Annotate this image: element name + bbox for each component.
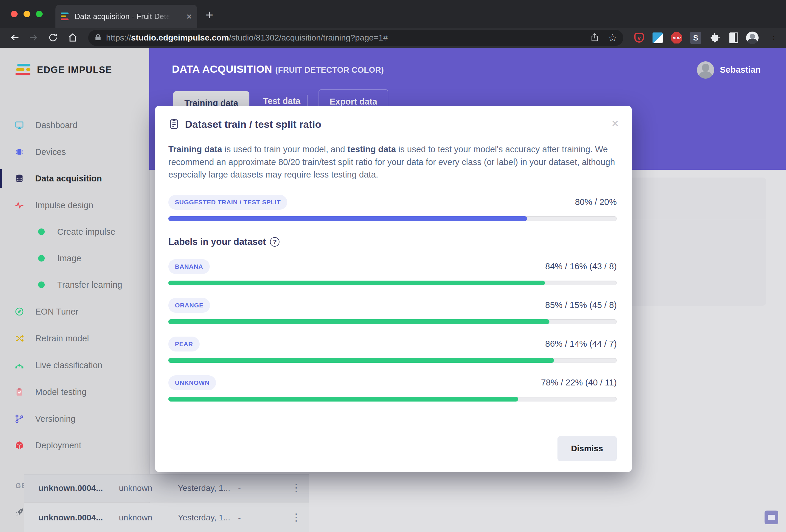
- forward-icon[interactable]: [27, 31, 40, 44]
- sidebar-item-versioning[interactable]: Versioning: [0, 407, 149, 431]
- sidebar-item-transfer-learning[interactable]: Transfer learning: [0, 273, 149, 296]
- sidebar-item-image[interactable]: Image: [0, 247, 149, 270]
- modal-intro-text: Training data is used to train your mode…: [168, 143, 617, 181]
- user-avatar[interactable]: [697, 61, 714, 79]
- screenshot-extension-icon[interactable]: [651, 31, 664, 44]
- row-menu-kebab-icon[interactable]: ⋮: [291, 482, 301, 493]
- table-row[interactable]: unknown.0004... unknown Yesterday, 1... …: [24, 474, 309, 502]
- edge-impulse-logo-text: EDGE IMPULSE: [37, 65, 112, 75]
- monitor-icon: [14, 120, 24, 130]
- reload-icon[interactable]: [46, 31, 60, 44]
- new-tab-button[interactable]: +: [206, 8, 213, 21]
- window-zoom-button[interactable]: [36, 11, 43, 17]
- label-split-row: ORANGE 85% / 15% (45 / 8): [168, 298, 617, 313]
- home-icon[interactable]: [66, 31, 79, 44]
- extensions-puzzle-icon[interactable]: [709, 31, 722, 44]
- sidebar-item-deployment[interactable]: Deployment: [0, 434, 149, 457]
- active-indicator: [0, 169, 2, 188]
- label-split-value: 84% / 16% (43 / 8): [545, 261, 617, 271]
- edge-impulse-logo[interactable]: EDGE IMPULSE: [16, 63, 112, 77]
- window-minimize-button[interactable]: [24, 11, 30, 17]
- label-split-bar: [168, 319, 617, 324]
- sidebar-item-data-acquisition[interactable]: Data acquisition: [0, 167, 149, 190]
- back-icon[interactable]: [8, 31, 21, 44]
- labels-heading: Labels in your dataset: [168, 236, 266, 247]
- sidebar-item-dashboard[interactable]: Dashboard: [0, 114, 149, 137]
- label-split-value: 78% / 22% (40 / 11): [541, 378, 617, 388]
- chip-icon: [14, 147, 24, 157]
- modal-header: Dataset train / test split ratio: [168, 106, 617, 131]
- adblock-extension-icon[interactable]: ABP: [670, 31, 683, 44]
- table-row[interactable]: unknown.0004... unknown Yesterday, 1... …: [24, 503, 309, 532]
- sidebar-item-live-classification[interactable]: Live classification: [0, 353, 149, 377]
- label-split-bar: [168, 358, 617, 363]
- url-text: https://studio.edgeimpulse.com/studio/81…: [106, 33, 388, 43]
- chat-widget-button[interactable]: [765, 511, 778, 524]
- label-badge: ORANGE: [168, 298, 210, 313]
- database-icon: [14, 174, 24, 184]
- samples-table: unknown.0004... unknown Yesterday, 1... …: [24, 474, 309, 532]
- browser-menu-kebab-icon[interactable]: ⋮: [767, 31, 780, 44]
- label-split-bar: [168, 397, 617, 401]
- label-split-value: 85% / 15% (45 / 8): [545, 300, 617, 310]
- row-menu-kebab-icon[interactable]: ⋮: [291, 511, 301, 523]
- user-name[interactable]: Sebastian: [720, 65, 761, 75]
- page-title: DATA ACQUISITION (FRUIT DETECTOR COLOR): [172, 63, 384, 75]
- app-root: EDGE IMPULSE Dashboard Devices Data acqu…: [0, 48, 786, 532]
- sidebar-toggle-icon[interactable]: [727, 31, 740, 44]
- label-badge: UNKNOWN: [168, 375, 216, 390]
- dismiss-button[interactable]: Dismiss: [557, 436, 617, 461]
- sidebar-item-devices[interactable]: Devices: [0, 140, 149, 164]
- sidebar-item-model-testing[interactable]: Model testing: [0, 380, 149, 403]
- page-subtitle: (FRUIT DETECTOR COLOR): [275, 66, 384, 74]
- edge-impulse-favicon: [61, 13, 70, 20]
- sample-date: Yesterday, 1...: [178, 483, 230, 493]
- pocket-extension-icon[interactable]: v: [633, 31, 645, 44]
- label-split-row: UNKNOWN 78% / 22% (40 / 11): [168, 375, 617, 390]
- suggested-split-bar: [168, 216, 617, 221]
- label-split-row: BANANA 84% / 16% (43 / 8): [168, 259, 617, 274]
- browser-toolbar: https://studio.edgeimpulse.com/studio/81…: [0, 28, 786, 48]
- address-bar[interactable]: https://studio.edgeimpulse.com/studio/81…: [88, 30, 623, 46]
- sample-label: unknown: [119, 483, 152, 493]
- tab-title: Data acquisition - Fruit Detecto: [74, 12, 170, 21]
- label-split-bar-fill: [168, 281, 545, 285]
- sample-date: Yesterday, 1...: [178, 513, 230, 523]
- s-extension-icon[interactable]: S: [690, 31, 702, 44]
- window-close-button[interactable]: [11, 11, 18, 17]
- compass-icon: [14, 306, 24, 317]
- tab-close-icon[interactable]: ×: [186, 11, 192, 21]
- sample-length: -: [238, 513, 241, 523]
- git-branch-icon: [14, 414, 24, 424]
- profile-avatar-icon[interactable]: [746, 31, 759, 44]
- share-icon[interactable]: [590, 32, 600, 43]
- label-split-bar: [168, 281, 617, 285]
- sample-filename: unknown.0004...: [39, 483, 103, 493]
- browser-tabstrip: Data acquisition - Fruit Detecto × +: [0, 0, 786, 28]
- sidebar: EDGE IMPULSE Dashboard Devices Data acqu…: [0, 48, 149, 532]
- sidebar-item-create-impulse[interactable]: Create impulse: [0, 220, 149, 244]
- green-dot-icon: [36, 253, 46, 263]
- label-split-bar-fill: [168, 319, 550, 324]
- sidebar-item-impulse-design[interactable]: Impulse design: [0, 193, 149, 217]
- sample-filename: unknown.0004...: [39, 513, 103, 523]
- clipboard-check-icon: [14, 387, 24, 397]
- label-split-bar-fill: [168, 397, 518, 401]
- modal-close-icon[interactable]: ×: [612, 117, 619, 129]
- label-badge: PEAR: [168, 337, 200, 351]
- suggested-split-value: 80% / 20%: [575, 197, 617, 207]
- sidebar-item-retrain-model[interactable]: Retrain model: [0, 327, 149, 350]
- help-icon[interactable]: ?: [270, 237, 279, 247]
- sidebar-item-eon-tuner[interactable]: EON Tuner: [0, 300, 149, 323]
- modal-title: Dataset train / test split ratio: [185, 119, 321, 130]
- suggested-split-bar-fill: [168, 216, 527, 221]
- browser-tab[interactable]: Data acquisition - Fruit Detecto ×: [55, 5, 197, 28]
- labels-heading-row: Labels in your dataset ?: [168, 236, 617, 247]
- bezier-curve-icon: [14, 360, 24, 370]
- suggested-split-badge: SUGGESTED TRAIN / TEST SPLIT: [168, 195, 287, 210]
- browser-chrome: Data acquisition - Fruit Detecto × + htt…: [0, 0, 786, 48]
- shuffle-icon: [14, 333, 24, 343]
- label-split-bar-fill: [168, 358, 554, 363]
- bookmark-star-icon[interactable]: ☆: [608, 32, 617, 43]
- lock-icon: [94, 33, 102, 42]
